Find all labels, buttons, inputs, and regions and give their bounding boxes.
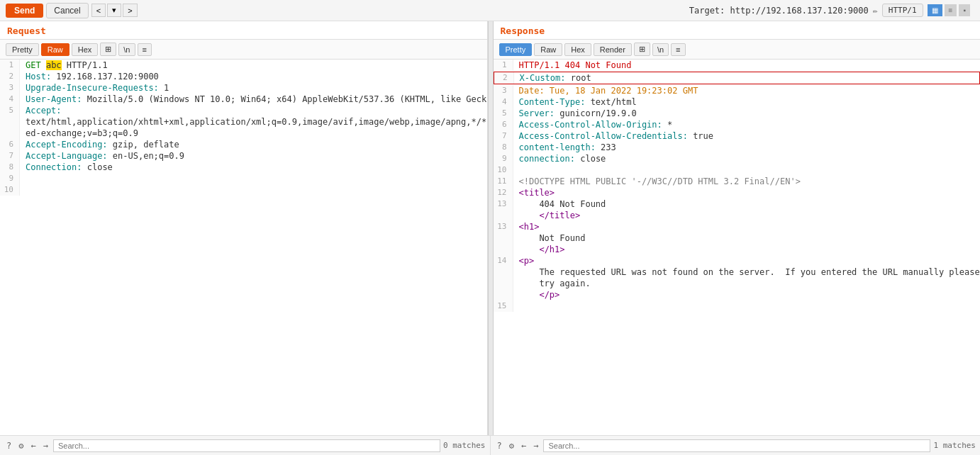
request-tabs: Pretty Raw Hex ⊞ \n ≡	[0, 40, 487, 60]
table-row: 12 <title>	[494, 187, 981, 198]
table-row: 3 Upgrade-Insecure-Requests: 1	[0, 82, 487, 94]
table-row: 5 Accept:	[0, 105, 487, 116]
tab-request-format[interactable]: ⊞	[100, 43, 116, 56]
request-bottom-section: ? ⚙ ← → 0 matches	[0, 436, 491, 455]
request-forward-icon[interactable]: →	[41, 440, 50, 451]
edit-icon[interactable]: ✏	[873, 6, 878, 16]
main-content: Request Pretty Raw Hex ⊞ \n ≡ 1 GET abc …	[0, 21, 980, 435]
tab-request-hex[interactable]: Hex	[72, 43, 99, 56]
tab-request-pretty[interactable]: Pretty	[6, 43, 39, 56]
tab-response-newline[interactable]: \n	[652, 43, 669, 56]
response-back-icon[interactable]: ←	[519, 440, 528, 451]
view-toggle-icons: ▦ ≡ ▪	[928, 4, 970, 16]
request-help-icon[interactable]: ?	[4, 440, 13, 451]
table-row: 4 User-Agent: Mozilla/5.0 (Windows NT 10…	[0, 94, 487, 105]
response-forward-icon[interactable]: →	[531, 440, 540, 451]
table-row: 10	[0, 184, 487, 196]
cancel-button[interactable]: Cancel	[46, 3, 88, 18]
nav-forward-button[interactable]: >	[123, 4, 137, 17]
table-row: </title>	[494, 210, 981, 221]
tab-request-raw[interactable]: Raw	[41, 43, 69, 56]
panel-divider[interactable]	[488, 21, 494, 435]
table-row: 9	[0, 173, 487, 184]
target-info: Target: http://192.168.137.120:9000 ✏ HT…	[689, 4, 974, 17]
response-code-area: 1 HTTP/1.1 404 Not Found 2 X-Custom: roo…	[494, 60, 981, 435]
table-row: 4 Content-Type: text/html	[494, 96, 981, 108]
tab-request-menu[interactable]: ≡	[138, 43, 152, 56]
bottom-bar: ? ⚙ ← → 0 matches ? ⚙ ← → 1 matches	[0, 435, 980, 455]
table-row: 6 Accept-Encoding: gzip, deflate	[0, 139, 487, 150]
response-help-icon[interactable]: ?	[495, 440, 504, 451]
request-panel: Request Pretty Raw Hex ⊞ \n ≡ 1 GET abc …	[0, 21, 488, 435]
table-row: 11 <!DOCTYPE HTML PUBLIC '-//W3C//DTD HT…	[494, 176, 981, 187]
response-tabs: Pretty Raw Hex Render ⊞ \n ≡	[494, 40, 981, 60]
response-panel: Response Pretty Raw Hex Render ⊞ \n ≡ 1 …	[494, 21, 981, 435]
response-panel-title: Response	[494, 21, 981, 40]
response-settings-icon[interactable]: ⚙	[507, 440, 516, 451]
request-search-input[interactable]	[53, 439, 440, 452]
nav-down-button[interactable]: ▾	[107, 4, 121, 17]
top-toolbar: Send Cancel < ▾ > Target: http://192.168…	[0, 0, 980, 21]
table-row: 9 connection: close	[494, 153, 981, 164]
http-version-badge: HTTP/1	[882, 4, 923, 17]
table-row: 6 Access-Control-Allow-Origin: *	[494, 119, 981, 130]
table-row: 8 content-length: 233	[494, 142, 981, 153]
nav-buttons: < ▾ >	[91, 4, 138, 17]
table-row: 13 <h1>	[494, 221, 981, 232]
table-row: </h1>	[494, 244, 981, 255]
table-row: try again.	[494, 278, 981, 289]
table-row: 7 Accept-Language: en-US,en;q=0.9	[0, 150, 487, 162]
nav-back-button[interactable]: <	[91, 4, 106, 17]
table-row: 10	[494, 164, 981, 176]
tab-response-raw[interactable]: Raw	[534, 43, 562, 56]
tab-response-render[interactable]: Render	[594, 43, 632, 56]
table-row: 15	[494, 300, 981, 312]
response-match-count: 1 matches	[933, 441, 976, 450]
table-row: 3 Date: Tue, 18 Jan 2022 19:23:02 GMT	[494, 85, 981, 96]
table-row: 5 Server: gunicorn/19.9.0	[494, 108, 981, 119]
table-row: 13 404 Not Found	[494, 198, 981, 210]
request-match-count: 0 matches	[443, 441, 486, 450]
view-small-button[interactable]: ▪	[959, 4, 970, 16]
table-row: 7 Access-Control-Allow-Credentials: true	[494, 130, 981, 142]
tab-response-hex[interactable]: Hex	[564, 43, 591, 56]
table-row: </p>	[494, 289, 981, 300]
table-row: The requested URL was not found on the s…	[494, 266, 981, 278]
tab-response-pretty[interactable]: Pretty	[499, 43, 533, 56]
table-row: 14 <p>	[494, 255, 981, 266]
tab-response-menu[interactable]: ≡	[671, 43, 685, 56]
send-button[interactable]: Send	[6, 4, 43, 18]
request-back-icon[interactable]: ←	[28, 440, 38, 451]
request-code-area: 1 GET abc HTTP/1.1 2 Host: 192.168.137.1…	[0, 60, 487, 435]
target-label: Target: http://192.168.137.120:9000	[689, 6, 869, 16]
table-row: Not Found	[494, 232, 981, 244]
table-row: 1 GET abc HTTP/1.1	[0, 60, 487, 71]
request-panel-title: Request	[0, 21, 487, 40]
request-settings-icon[interactable]: ⚙	[16, 440, 26, 451]
table-row: 1 HTTP/1.1 404 Not Found	[494, 60, 981, 71]
response-search-input[interactable]	[543, 439, 930, 452]
table-row: 8 Connection: close	[0, 162, 487, 173]
view-split-button[interactable]: ▦	[928, 4, 942, 16]
view-list-button[interactable]: ≡	[945, 4, 957, 16]
table-row: text/html,application/xhtml+xml,applicat…	[0, 116, 487, 128]
table-row: 2 Host: 192.168.137.120:9000	[0, 71, 487, 82]
table-row: ed-exchange;v=b3;q=0.9	[0, 128, 487, 139]
response-bottom-section: ? ⚙ ← → 1 matches	[491, 436, 981, 455]
tab-request-newline[interactable]: \n	[118, 43, 135, 56]
table-row: 2 X-Custom: root	[494, 72, 981, 84]
tab-response-format[interactable]: ⊞	[634, 43, 650, 56]
